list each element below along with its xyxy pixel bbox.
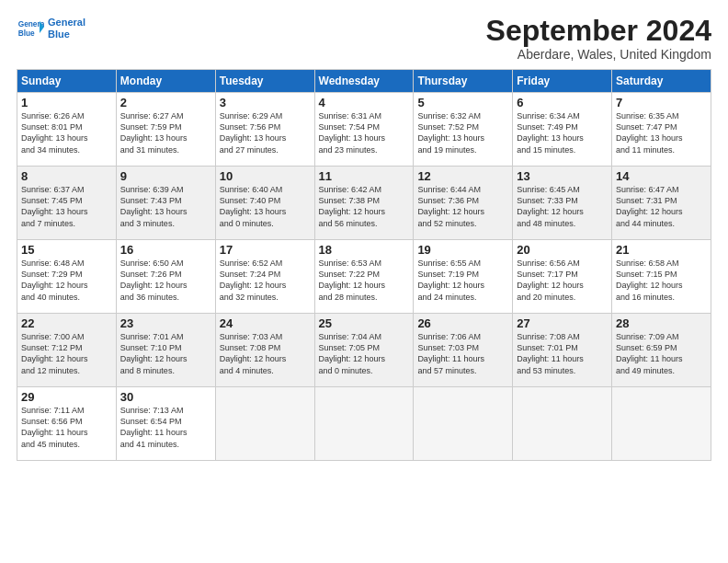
calendar-row: 1Sunrise: 6:26 AMSunset: 8:01 PMDaylight… bbox=[17, 93, 711, 167]
day-number: 3 bbox=[220, 96, 311, 109]
day-number: 11 bbox=[319, 169, 410, 183]
cell-content: Sunrise: 6:34 AMSunset: 7:49 PMDaylight:… bbox=[517, 110, 608, 155]
calendar-table: SundayMondayTuesdayWednesdayThursdayFrid… bbox=[17, 69, 711, 461]
day-number: 28 bbox=[616, 316, 707, 330]
cell-content: Sunrise: 6:37 AMSunset: 7:45 PMDaylight:… bbox=[21, 184, 112, 229]
logo: General Blue General Blue bbox=[17, 15, 85, 42]
calendar-cell: 11Sunrise: 6:42 AMSunset: 7:38 PMDayligh… bbox=[314, 167, 414, 240]
day-number: 29 bbox=[21, 390, 112, 404]
calendar-row: 22Sunrise: 7:00 AMSunset: 7:12 PMDayligh… bbox=[17, 314, 711, 387]
calendar-cell: 6Sunrise: 6:34 AMSunset: 7:49 PMDaylight… bbox=[513, 93, 612, 167]
day-number: 24 bbox=[220, 316, 311, 330]
calendar-cell: 24Sunrise: 7:03 AMSunset: 7:08 PMDayligh… bbox=[215, 314, 314, 387]
weekday-header: Saturday bbox=[612, 70, 711, 93]
calendar-cell bbox=[314, 387, 414, 461]
calendar-cell: 17Sunrise: 6:52 AMSunset: 7:24 PMDayligh… bbox=[215, 240, 314, 314]
day-number: 7 bbox=[616, 96, 707, 109]
calendar-row: 15Sunrise: 6:48 AMSunset: 7:29 PMDayligh… bbox=[17, 240, 711, 314]
cell-content: Sunrise: 6:44 AMSunset: 7:36 PMDaylight:… bbox=[417, 184, 508, 229]
weekday-header: Friday bbox=[513, 70, 612, 93]
calendar-cell: 30Sunrise: 7:13 AMSunset: 6:54 PMDayligh… bbox=[116, 387, 215, 461]
calendar-cell: 29Sunrise: 7:11 AMSunset: 6:56 PMDayligh… bbox=[17, 387, 117, 461]
calendar-cell: 19Sunrise: 6:55 AMSunset: 7:19 PMDayligh… bbox=[414, 240, 513, 314]
calendar-cell bbox=[215, 387, 314, 461]
logo-text: General bbox=[48, 17, 85, 29]
day-number: 21 bbox=[616, 243, 707, 257]
calendar-row: 8Sunrise: 6:37 AMSunset: 7:45 PMDaylight… bbox=[17, 167, 711, 240]
cell-content: Sunrise: 7:04 AMSunset: 7:05 PMDaylight:… bbox=[319, 331, 410, 376]
calendar-cell: 2Sunrise: 6:27 AMSunset: 7:59 PMDaylight… bbox=[116, 93, 215, 167]
cell-content: Sunrise: 6:50 AMSunset: 7:26 PMDaylight:… bbox=[120, 258, 211, 303]
cell-content: Sunrise: 7:00 AMSunset: 7:12 PMDaylight:… bbox=[21, 331, 112, 376]
cell-content: Sunrise: 7:01 AMSunset: 7:10 PMDaylight:… bbox=[120, 331, 211, 376]
weekday-header: Sunday bbox=[17, 70, 117, 93]
cell-content: Sunrise: 6:58 AMSunset: 7:15 PMDaylight:… bbox=[616, 258, 707, 303]
day-number: 26 bbox=[417, 316, 508, 330]
title-area: September 2024 Aberdare, Wales, United K… bbox=[486, 15, 711, 62]
day-number: 14 bbox=[616, 169, 707, 183]
cell-content: Sunrise: 6:48 AMSunset: 7:29 PMDaylight:… bbox=[21, 258, 112, 303]
calendar-cell: 23Sunrise: 7:01 AMSunset: 7:10 PMDayligh… bbox=[116, 314, 215, 387]
logo-icon: General Blue bbox=[17, 15, 44, 42]
calendar-cell: 28Sunrise: 7:09 AMSunset: 6:59 PMDayligh… bbox=[612, 314, 711, 387]
calendar-cell: 26Sunrise: 7:06 AMSunset: 7:03 PMDayligh… bbox=[414, 314, 513, 387]
cell-content: Sunrise: 7:11 AMSunset: 6:56 PMDaylight:… bbox=[21, 405, 112, 450]
calendar-cell: 14Sunrise: 6:47 AMSunset: 7:31 PMDayligh… bbox=[612, 167, 711, 240]
cell-content: Sunrise: 6:52 AMSunset: 7:24 PMDaylight:… bbox=[220, 258, 311, 303]
cell-content: Sunrise: 7:08 AMSunset: 7:01 PMDaylight:… bbox=[517, 331, 608, 376]
day-number: 18 bbox=[319, 243, 410, 257]
day-number: 19 bbox=[417, 243, 508, 257]
cell-content: Sunrise: 6:39 AMSunset: 7:43 PMDaylight:… bbox=[120, 184, 211, 229]
day-number: 17 bbox=[220, 243, 311, 257]
cell-content: Sunrise: 7:06 AMSunset: 7:03 PMDaylight:… bbox=[417, 331, 508, 376]
calendar-cell: 4Sunrise: 6:31 AMSunset: 7:54 PMDaylight… bbox=[314, 93, 414, 167]
calendar-cell: 16Sunrise: 6:50 AMSunset: 7:26 PMDayligh… bbox=[116, 240, 215, 314]
day-number: 1 bbox=[21, 96, 112, 109]
page: General Blue General Blue September 2024… bbox=[0, 0, 728, 563]
header-row: SundayMondayTuesdayWednesdayThursdayFrid… bbox=[17, 70, 711, 93]
cell-content: Sunrise: 7:09 AMSunset: 6:59 PMDaylight:… bbox=[616, 331, 707, 376]
cell-content: Sunrise: 6:47 AMSunset: 7:31 PMDaylight:… bbox=[616, 184, 707, 229]
calendar-cell: 5Sunrise: 6:32 AMSunset: 7:52 PMDaylight… bbox=[414, 93, 513, 167]
calendar-cell: 18Sunrise: 6:53 AMSunset: 7:22 PMDayligh… bbox=[314, 240, 414, 314]
calendar-row: 29Sunrise: 7:11 AMSunset: 6:56 PMDayligh… bbox=[17, 387, 711, 461]
location: Aberdare, Wales, United Kingdom bbox=[486, 47, 711, 62]
cell-content: Sunrise: 6:31 AMSunset: 7:54 PMDaylight:… bbox=[319, 110, 410, 155]
cell-content: Sunrise: 6:32 AMSunset: 7:52 PMDaylight:… bbox=[417, 110, 508, 155]
day-number: 15 bbox=[21, 243, 112, 257]
day-number: 10 bbox=[220, 169, 311, 183]
calendar-cell: 8Sunrise: 6:37 AMSunset: 7:45 PMDaylight… bbox=[17, 167, 117, 240]
month-title: September 2024 bbox=[486, 15, 711, 47]
calendar-cell: 27Sunrise: 7:08 AMSunset: 7:01 PMDayligh… bbox=[513, 314, 612, 387]
cell-content: Sunrise: 6:26 AMSunset: 8:01 PMDaylight:… bbox=[21, 110, 112, 155]
cell-content: Sunrise: 6:40 AMSunset: 7:40 PMDaylight:… bbox=[220, 184, 311, 229]
day-number: 22 bbox=[21, 316, 112, 330]
svg-text:Blue: Blue bbox=[18, 29, 35, 38]
day-number: 8 bbox=[21, 169, 112, 183]
day-number: 4 bbox=[319, 96, 410, 109]
calendar-cell: 15Sunrise: 6:48 AMSunset: 7:29 PMDayligh… bbox=[17, 240, 117, 314]
cell-content: Sunrise: 6:42 AMSunset: 7:38 PMDaylight:… bbox=[319, 184, 410, 229]
day-number: 6 bbox=[517, 96, 608, 109]
weekday-header: Wednesday bbox=[314, 70, 414, 93]
weekday-header: Tuesday bbox=[215, 70, 314, 93]
cell-content: Sunrise: 6:55 AMSunset: 7:19 PMDaylight:… bbox=[417, 258, 508, 303]
cell-content: Sunrise: 6:45 AMSunset: 7:33 PMDaylight:… bbox=[517, 184, 608, 229]
calendar-cell: 7Sunrise: 6:35 AMSunset: 7:47 PMDaylight… bbox=[612, 93, 711, 167]
cell-content: Sunrise: 6:35 AMSunset: 7:47 PMDaylight:… bbox=[616, 110, 707, 155]
day-number: 13 bbox=[517, 169, 608, 183]
day-number: 12 bbox=[417, 169, 508, 183]
day-number: 20 bbox=[517, 243, 608, 257]
calendar-cell: 13Sunrise: 6:45 AMSunset: 7:33 PMDayligh… bbox=[513, 167, 612, 240]
calendar-cell bbox=[612, 387, 711, 461]
calendar-cell: 3Sunrise: 6:29 AMSunset: 7:56 PMDaylight… bbox=[215, 93, 314, 167]
day-number: 2 bbox=[120, 96, 211, 109]
weekday-header: Thursday bbox=[414, 70, 513, 93]
cell-content: Sunrise: 6:56 AMSunset: 7:17 PMDaylight:… bbox=[517, 258, 608, 303]
day-number: 16 bbox=[120, 243, 211, 257]
cell-content: Sunrise: 7:13 AMSunset: 6:54 PMDaylight:… bbox=[120, 405, 211, 450]
cell-content: Sunrise: 6:29 AMSunset: 7:56 PMDaylight:… bbox=[220, 110, 311, 155]
weekday-header: Monday bbox=[116, 70, 215, 93]
calendar-cell bbox=[513, 387, 612, 461]
day-number: 27 bbox=[517, 316, 608, 330]
